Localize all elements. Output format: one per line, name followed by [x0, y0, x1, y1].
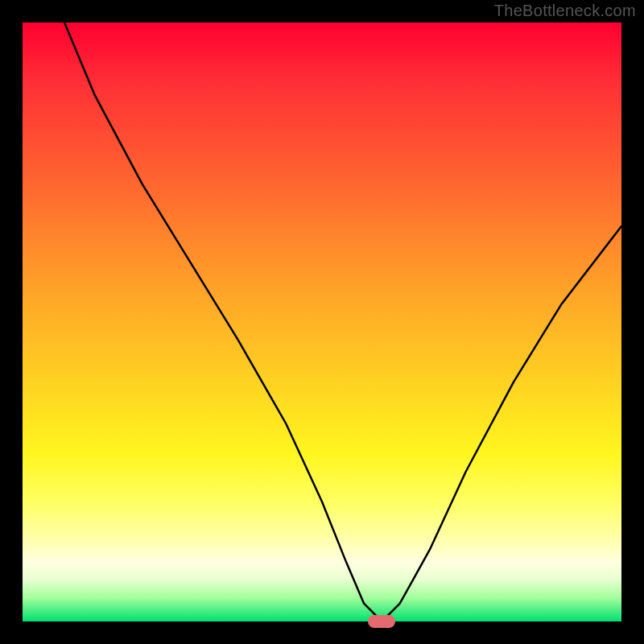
- bottleneck-curve: [23, 23, 621, 621]
- optimum-marker: [368, 615, 395, 628]
- curve-path: [64, 23, 621, 621]
- chart-frame: TheBottleneck.com: [0, 0, 644, 644]
- watermark-text: TheBottleneck.com: [494, 2, 636, 20]
- plot-area: [23, 23, 621, 621]
